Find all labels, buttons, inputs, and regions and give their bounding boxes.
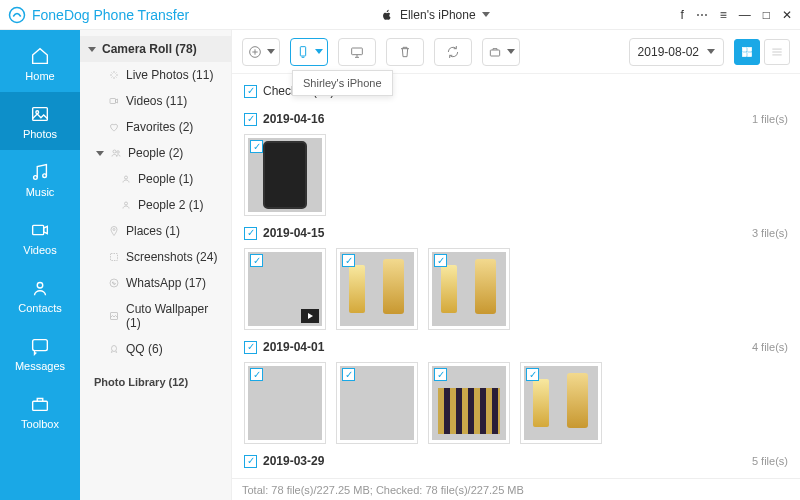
- group-header[interactable]: 2019-04-153 file(s): [244, 224, 788, 242]
- group-count: 1 file(s): [752, 113, 788, 125]
- grid-view-button[interactable]: [734, 39, 760, 65]
- svg-rect-8: [33, 401, 48, 410]
- nav-music[interactable]: Music: [0, 150, 80, 208]
- photo-thumb[interactable]: [336, 362, 418, 444]
- photo-thumb[interactable]: [428, 248, 510, 330]
- thumb-checkbox[interactable]: [434, 254, 447, 267]
- photo-thumb[interactable]: [244, 362, 326, 444]
- thumb-checkbox[interactable]: [434, 368, 447, 381]
- nav-videos[interactable]: Videos: [0, 208, 80, 266]
- thumb-checkbox[interactable]: [250, 140, 263, 153]
- photo-thumb[interactable]: [244, 248, 326, 330]
- sidebar-item[interactable]: People (2): [80, 140, 231, 166]
- sidebar-camera-roll[interactable]: Camera Roll (78): [80, 36, 231, 62]
- group-checkbox[interactable]: [244, 113, 257, 126]
- group-date: 2019-04-01: [263, 340, 324, 354]
- sidebar-item[interactable]: Screenshots (24): [80, 244, 231, 270]
- group-header[interactable]: 2019-04-014 file(s): [244, 338, 788, 356]
- album-sidebar: Camera Roll (78)Live Photos (11)Videos (…: [80, 30, 232, 500]
- list-view-button[interactable]: [764, 39, 790, 65]
- sidebar-item[interactable]: Favorites (2): [80, 114, 231, 140]
- person-icon: [120, 173, 132, 185]
- nav-messages[interactable]: Messages: [0, 324, 80, 382]
- message-icon: [29, 335, 51, 357]
- group-checkbox[interactable]: [244, 341, 257, 354]
- thumb-row: [244, 362, 788, 444]
- svg-point-18: [112, 346, 117, 352]
- add-button[interactable]: [242, 38, 280, 66]
- sidebar-item[interactable]: Videos (11): [80, 88, 231, 114]
- date-filter[interactable]: 2019-08-02: [629, 38, 724, 66]
- group-date: 2019-04-16: [263, 112, 324, 126]
- export-tooltip: Shirley's iPhone: [292, 70, 393, 96]
- refresh-button[interactable]: [434, 38, 472, 66]
- svg-point-12: [125, 176, 128, 179]
- video-badge-icon: [301, 309, 319, 323]
- nav-photos[interactable]: Photos: [0, 92, 80, 150]
- photo-thumb[interactable]: [520, 362, 602, 444]
- sidebar-item[interactable]: People (1): [80, 166, 231, 192]
- delete-button[interactable]: [386, 38, 424, 66]
- nav-contacts[interactable]: Contacts: [0, 266, 80, 324]
- photo-group: 2019-04-161 file(s): [244, 110, 788, 216]
- sidebar-photo-library[interactable]: Photo Library (12): [80, 370, 231, 394]
- svg-rect-25: [742, 52, 746, 56]
- photo-group: 2019-04-014 file(s): [244, 338, 788, 444]
- screenshot-icon: [108, 251, 120, 263]
- feedback-icon[interactable]: f: [680, 8, 683, 22]
- export-to-device-button[interactable]: [290, 38, 328, 66]
- group-count: 4 file(s): [752, 341, 788, 353]
- minimize-icon[interactable]: —: [739, 8, 751, 22]
- sidebar-item[interactable]: Cuto Wallpaper (1): [80, 296, 231, 336]
- thumb-checkbox[interactable]: [250, 368, 263, 381]
- sidebar-item[interactable]: WhatsApp (17): [80, 270, 231, 296]
- main-panel: 2019-08-02 Shirley's iPhone Check All(78…: [232, 30, 800, 500]
- sidebar-item[interactable]: Places (1): [80, 218, 231, 244]
- view-toggle: [734, 39, 790, 65]
- thumb-checkbox[interactable]: [250, 254, 263, 267]
- svg-rect-20: [300, 46, 305, 55]
- thumb-checkbox[interactable]: [526, 368, 539, 381]
- chevron-down-icon: [315, 49, 323, 54]
- device-name: Ellen's iPhone: [400, 8, 476, 22]
- sidebar-item[interactable]: People 2 (1): [80, 192, 231, 218]
- music-icon: [29, 161, 51, 183]
- people-icon: [110, 147, 122, 159]
- photo-thumb[interactable]: [428, 362, 510, 444]
- group-header[interactable]: 2019-03-295 file(s): [244, 452, 788, 470]
- toolbox-button[interactable]: [482, 38, 520, 66]
- photo-content: Check All(78) 2019-04-161 file(s)2019-04…: [232, 74, 800, 478]
- thumb-checkbox[interactable]: [342, 368, 355, 381]
- video-icon: [108, 95, 120, 107]
- group-header[interactable]: 2019-04-161 file(s): [244, 110, 788, 128]
- device-selector[interactable]: Ellen's iPhone: [369, 5, 501, 25]
- titlebar: FoneDog Phone Transfer Ellen's iPhone f …: [0, 0, 800, 30]
- chevron-down-icon: [267, 49, 275, 54]
- close-icon[interactable]: ✕: [782, 8, 792, 22]
- heart-icon: [108, 121, 120, 133]
- maximize-icon[interactable]: □: [763, 8, 770, 22]
- person-icon: [120, 199, 132, 211]
- photo-thumb[interactable]: [244, 134, 326, 216]
- photo-group: 2019-03-295 file(s): [244, 452, 788, 470]
- check-all-checkbox[interactable]: [244, 85, 257, 98]
- svg-rect-5: [33, 225, 44, 234]
- left-nav: HomePhotosMusicVideosContactsMessagesToo…: [0, 30, 80, 500]
- thumb-checkbox[interactable]: [342, 254, 355, 267]
- group-checkbox[interactable]: [244, 227, 257, 240]
- export-to-pc-button[interactable]: [338, 38, 376, 66]
- svg-point-11: [117, 151, 120, 154]
- photo-thumb[interactable]: [336, 248, 418, 330]
- nav-home[interactable]: Home: [0, 34, 80, 92]
- photo-icon: [29, 103, 51, 125]
- group-checkbox[interactable]: [244, 455, 257, 468]
- chat-icon[interactable]: ⋯: [696, 8, 708, 22]
- menu-icon[interactable]: ≡: [720, 8, 727, 22]
- svg-point-13: [125, 202, 128, 205]
- sidebar-item[interactable]: QQ (6): [80, 336, 231, 362]
- thumb-row: [244, 134, 788, 216]
- sidebar-item[interactable]: Live Photos (11): [80, 62, 231, 88]
- wallpaper-icon: [108, 310, 120, 322]
- svg-rect-1: [33, 107, 48, 120]
- nav-toolbox[interactable]: Toolbox: [0, 382, 80, 440]
